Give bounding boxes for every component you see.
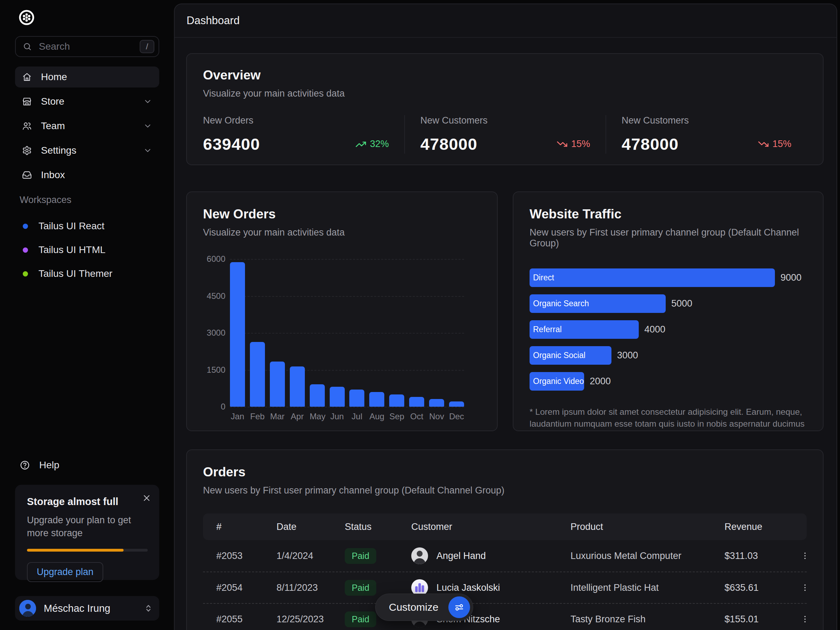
order-product: Luxurious Metal Computer: [557, 551, 711, 561]
upgrade-plan-button[interactable]: Upgrade plan: [27, 562, 103, 582]
orders-subtitle: New users by First user primary channel …: [203, 485, 807, 496]
stat-label: New Customers: [622, 115, 791, 126]
x-axis-tick: Dec: [449, 412, 464, 422]
traffic-bar-label: Referral: [533, 325, 562, 334]
inbox-icon: [22, 170, 32, 180]
stat-trend: 32%: [355, 139, 389, 150]
workspaces-label: Workspaces: [20, 194, 71, 205]
traffic-bar-organic-social: Organic Social: [529, 346, 611, 365]
traffic-bar-value: 5000: [671, 298, 692, 309]
y-axis-tick: 3000: [203, 328, 226, 338]
y-axis-tick: 6000: [203, 254, 226, 264]
help-label: Help: [39, 459, 60, 471]
order-id: #2055: [203, 614, 263, 625]
store-icon: [22, 96, 32, 106]
x-axis-tick: May: [310, 412, 325, 422]
traffic-bar-referral: Referral: [529, 320, 639, 339]
stat-trend: 15%: [758, 139, 791, 150]
stat-trend: 15%: [556, 139, 590, 150]
table-row: #205512/25/2023PaidShem NitzscheTasty Br…: [203, 603, 807, 630]
stat-value: 639400: [203, 134, 260, 154]
storage-progress-bar: [27, 549, 148, 552]
chevrons-up-down-icon: [144, 604, 153, 613]
sidebar-item-settings[interactable]: Settings: [15, 140, 159, 161]
workspace-label: Tailus UI Themer: [38, 268, 112, 279]
status-badge: Paid: [345, 580, 376, 596]
stat-value-row: 47800015%: [622, 134, 791, 154]
row-menu-button[interactable]: [798, 612, 812, 626]
sidebar-item-label: Home: [41, 71, 67, 83]
chevron-down-icon: [143, 97, 152, 106]
bar-jan: [230, 262, 245, 407]
traffic-bar-value: 2000: [590, 376, 611, 387]
traffic-bar-label: Organic Video: [533, 377, 584, 386]
app-logo-icon[interactable]: [18, 9, 35, 26]
new-orders-subtitle: Visualize your main activities data: [203, 227, 481, 238]
search-input[interactable]: [38, 41, 133, 52]
traffic-row: Organic Social3000: [529, 346, 807, 365]
main-header: Dashboard: [175, 4, 837, 38]
bar-feb: [250, 342, 265, 407]
sidebar-item-store[interactable]: Store: [15, 91, 159, 112]
website-traffic-card: Website Traffic New users by First user …: [513, 191, 824, 431]
y-axis-tick: 4500: [203, 291, 226, 301]
traffic-bar-value: 4000: [644, 324, 665, 335]
orders-table: #DateStatusCustomerProductRevenue #20531…: [203, 513, 807, 630]
home-icon: [22, 72, 32, 82]
order-date: 12/25/2023: [263, 614, 332, 625]
trending-down-icon: [758, 139, 769, 150]
column-header-id: #: [203, 521, 263, 532]
workspace-item[interactable]: Tailus UI HTML: [15, 238, 159, 262]
bar-jul: [349, 390, 364, 407]
customize-button[interactable]: Customize: [375, 594, 473, 621]
sidebar-item-team[interactable]: Team: [15, 115, 159, 136]
column-header-revenue: Revenue: [711, 521, 785, 532]
sidebar-item-help[interactable]: Help: [20, 456, 60, 475]
traffic-row: Organic Search5000: [529, 294, 807, 313]
chevron-down-icon: [143, 146, 152, 155]
order-product: Intelligent Plastic Hat: [557, 583, 711, 593]
order-id: #2054: [203, 583, 263, 593]
help-icon: [20, 460, 30, 471]
order-status-cell: Paid: [332, 580, 398, 596]
traffic-bar-value: 9000: [780, 272, 802, 283]
workspace-item[interactable]: Tailus UI Themer: [15, 262, 159, 286]
main-content: Overview Visualize your main activities …: [175, 38, 837, 630]
x-axis-tick: Feb: [250, 412, 265, 422]
sidebar-item-inbox[interactable]: Inbox: [15, 164, 159, 185]
sidebar-nav: HomeStoreTeamSettingsInbox: [15, 66, 159, 185]
order-status-cell: Paid: [332, 548, 398, 564]
traffic-bar-direct: Direct: [529, 268, 775, 287]
table-row: #20548/11/2023PaidLucia JaskolskiIntelli…: [203, 572, 807, 603]
workspace-dot: [23, 271, 28, 276]
column-header-customer: Customer: [398, 521, 557, 532]
charts-row: New Orders Visualize your main activitie…: [186, 191, 824, 431]
bar-oct: [409, 397, 424, 407]
row-menu-button[interactable]: [798, 581, 812, 595]
close-icon[interactable]: [142, 493, 152, 503]
settings-icon: [22, 145, 32, 155]
storage-title: Storage almost full: [27, 496, 147, 507]
stat-value-row: 47800015%: [420, 134, 590, 154]
row-menu-button[interactable]: [798, 549, 812, 563]
stat-new-customers: New Customers47800015%: [404, 115, 605, 154]
order-id: #2053: [203, 551, 263, 561]
search-box: /: [15, 36, 159, 57]
order-revenue: $635.61: [711, 583, 785, 593]
storage-description: Upgrade your plan to get more storage: [27, 514, 136, 540]
orders-table-header: #DateStatusCustomerProductRevenue: [203, 513, 807, 540]
search-icon: [23, 42, 32, 51]
website-traffic-subtitle: New users by First user primary channel …: [529, 227, 807, 249]
sidebar-item-home[interactable]: Home: [15, 66, 159, 87]
workspace-item[interactable]: Tailus UI React: [15, 214, 159, 238]
team-icon: [22, 121, 32, 131]
traffic-row: Referral4000: [529, 320, 807, 339]
traffic-row: Organic Video2000: [529, 372, 807, 391]
stat-trend-value: 15%: [772, 139, 791, 150]
stat-new-customers: New Customers47800015%: [605, 115, 807, 154]
stat-new-orders: New Orders63940032%: [203, 115, 404, 154]
x-axis-tick: Jan: [230, 412, 245, 422]
sidebar: / HomeStoreTeamSettingsInbox Workspaces …: [0, 0, 172, 630]
user-menu[interactable]: Méschac Irung: [15, 596, 159, 621]
status-badge: Paid: [345, 611, 376, 627]
